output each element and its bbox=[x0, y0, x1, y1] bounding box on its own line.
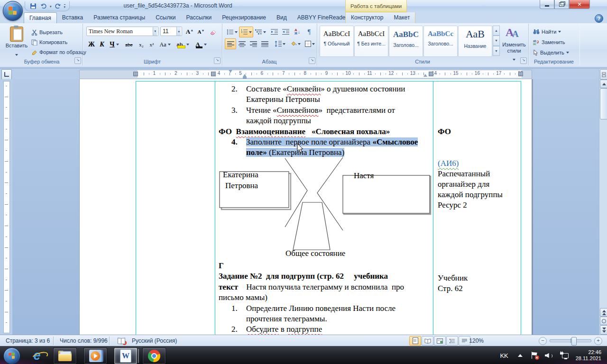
web-layout-view-button[interactable] bbox=[434, 336, 446, 346]
grow-font-button[interactable]: A▲ bbox=[184, 27, 195, 37]
network-icon[interactable] bbox=[560, 352, 569, 359]
browse-object-button[interactable] bbox=[600, 317, 607, 325]
align-center-button[interactable] bbox=[236, 38, 248, 49]
vertical-ruler[interactable] bbox=[0, 79, 12, 335]
styles-gallery-expand[interactable]: ▼ bbox=[493, 46, 500, 56]
borders-button[interactable] bbox=[303, 38, 317, 49]
font-family-combo[interactable]: Times New Roman▾ bbox=[86, 27, 158, 36]
tab-home[interactable]: Главная bbox=[24, 12, 57, 23]
clear-formatting-button[interactable] bbox=[208, 27, 220, 37]
zoom-level[interactable]: 120% bbox=[464, 335, 488, 346]
change-case-button[interactable]: Aa bbox=[157, 39, 173, 50]
bold-button[interactable]: Ж bbox=[86, 39, 97, 50]
scrollbar-thumb[interactable] bbox=[600, 88, 607, 119]
tab-page-layout[interactable]: Разметка страницы bbox=[88, 12, 150, 23]
replace-button[interactable]: abac Заменить bbox=[533, 37, 565, 47]
paragraph-dialog-launcher[interactable]: ↘ bbox=[309, 57, 315, 64]
page-indicator[interactable]: Страница: 3 из 6 bbox=[1, 335, 55, 346]
minimize-button[interactable] bbox=[540, 0, 554, 9]
style-normal[interactable]: AaBbCcI ¶ Обычный bbox=[320, 26, 354, 57]
table-column-marker[interactable] bbox=[133, 72, 138, 76]
tab-mailings[interactable]: Рассылки bbox=[181, 12, 217, 23]
paste-button[interactable]: Вставить bbox=[4, 26, 29, 57]
font-size-combo[interactable]: 11▾ bbox=[160, 27, 182, 36]
outline-view-button[interactable] bbox=[446, 336, 458, 346]
bullets-button[interactable] bbox=[225, 27, 239, 37]
hidden-icons-chevron[interactable] bbox=[518, 354, 523, 357]
multilevel-list-button[interactable] bbox=[253, 27, 267, 37]
first-line-indent-marker[interactable] bbox=[229, 70, 232, 73]
word-count[interactable]: Число слов: 9/996 bbox=[55, 335, 112, 346]
proofing-status[interactable]: ✕ Русский (Россия) bbox=[113, 335, 182, 346]
zoom-out-button[interactable]: − bbox=[539, 337, 547, 345]
styles-scroll-down[interactable]: ▼ bbox=[493, 36, 500, 46]
show-marks-button[interactable]: ¶ bbox=[304, 27, 315, 37]
justify-button[interactable] bbox=[259, 38, 270, 49]
fullscreen-reading-view-button[interactable] bbox=[422, 336, 433, 346]
tab-insert[interactable]: Вставка bbox=[57, 12, 89, 23]
tab-view[interactable]: Вид bbox=[271, 12, 292, 23]
save-button[interactable] bbox=[29, 2, 37, 10]
taskbar-ie[interactable]: e bbox=[28, 348, 46, 364]
horizontal-ruler[interactable]: 123456789101112131415161718 bbox=[0, 69, 607, 79]
vertical-scrollbar[interactable] bbox=[599, 69, 607, 335]
find-button[interactable]: Найти bbox=[533, 27, 561, 36]
taskbar-chrome[interactable] bbox=[142, 347, 166, 364]
format-painter-button[interactable]: Формат по образцу bbox=[31, 47, 86, 57]
increase-indent-button[interactable] bbox=[280, 27, 291, 37]
underline-button[interactable]: Ч bbox=[107, 39, 121, 50]
scroll-up-button[interactable] bbox=[600, 80, 607, 88]
font-dialog-launcher[interactable]: ↘ bbox=[214, 57, 221, 64]
tab-references[interactable]: Ссылки bbox=[150, 12, 181, 23]
table-column-marker[interactable] bbox=[211, 72, 216, 76]
document-page[interactable]: 2.Составьте «Синквейн» о душевном состоя… bbox=[79, 79, 532, 335]
qat-customize-button[interactable]: ▾ bbox=[64, 4, 66, 9]
tab-review[interactable]: Рецензирование bbox=[217, 12, 271, 23]
undo-dropdown[interactable]: ▾ bbox=[50, 5, 52, 8]
ruler-toggle-button[interactable] bbox=[600, 69, 607, 80]
taskbar-word-active[interactable]: W bbox=[114, 347, 138, 364]
font-color-button[interactable]: А bbox=[193, 39, 210, 50]
text-highlight-button[interactable]: ab bbox=[175, 39, 192, 50]
style-heading1[interactable]: AaBbC Заголово... bbox=[389, 26, 423, 57]
copy-button[interactable]: Копировать bbox=[31, 37, 67, 47]
office-button[interactable] bbox=[3, 1, 23, 21]
table-column-marker[interactable] bbox=[518, 72, 523, 76]
numbering-button[interactable] bbox=[239, 27, 253, 37]
redo-button[interactable] bbox=[54, 2, 62, 10]
start-button[interactable] bbox=[3, 347, 20, 364]
italic-button[interactable]: К bbox=[97, 39, 107, 50]
next-page-button[interactable] bbox=[600, 325, 607, 335]
action-center-flag-icon[interactable]: ✕ bbox=[531, 352, 538, 359]
previous-page-button[interactable] bbox=[600, 308, 607, 317]
language-indicator[interactable]: Русский (Россия) bbox=[132, 337, 177, 344]
cut-button[interactable]: Вырезать bbox=[31, 27, 63, 37]
taskbar-media-player[interactable] bbox=[83, 347, 107, 364]
left-indent-marker[interactable] bbox=[243, 77, 247, 79]
align-right-button[interactable] bbox=[248, 38, 259, 49]
shrink-font-button[interactable]: A▼ bbox=[195, 27, 207, 37]
zoom-in-button[interactable]: + bbox=[594, 337, 602, 345]
tab-stop-selector[interactable] bbox=[1, 69, 12, 80]
help-button[interactable]: ? bbox=[595, 14, 603, 23]
table-column-marker[interactable] bbox=[429, 72, 433, 76]
style-heading2[interactable]: AaBbCc Заголово... bbox=[423, 26, 458, 57]
zoom-slider-thumb[interactable] bbox=[571, 337, 577, 346]
strikethrough-button[interactable]: abe bbox=[122, 39, 136, 50]
style-no-spacing[interactable]: AaBbCcI ¶ Без инте... bbox=[354, 26, 388, 57]
tray-clock[interactable]: 22:46 28.11.2021 bbox=[572, 349, 607, 362]
tab-table-layout[interactable]: Макет bbox=[388, 12, 415, 23]
change-styles-button[interactable]: A A Изменить стили bbox=[502, 26, 526, 57]
close-button[interactable]: ✕ bbox=[569, 0, 590, 9]
volume-icon[interactable] bbox=[545, 352, 553, 359]
line-spacing-button[interactable] bbox=[272, 38, 287, 49]
shading-button[interactable] bbox=[288, 38, 303, 49]
superscript-button[interactable]: x² bbox=[146, 39, 157, 50]
keyboard-language-indicator[interactable]: KK bbox=[495, 352, 513, 359]
styles-scroll-up[interactable]: ▲ bbox=[493, 26, 500, 36]
decrease-indent-button[interactable] bbox=[268, 27, 280, 37]
right-indent-marker[interactable] bbox=[423, 74, 427, 77]
zoom-slider-track[interactable] bbox=[550, 339, 591, 342]
clipboard-dialog-launcher[interactable]: ↘ bbox=[74, 57, 81, 64]
print-layout-view-button[interactable] bbox=[409, 336, 421, 346]
